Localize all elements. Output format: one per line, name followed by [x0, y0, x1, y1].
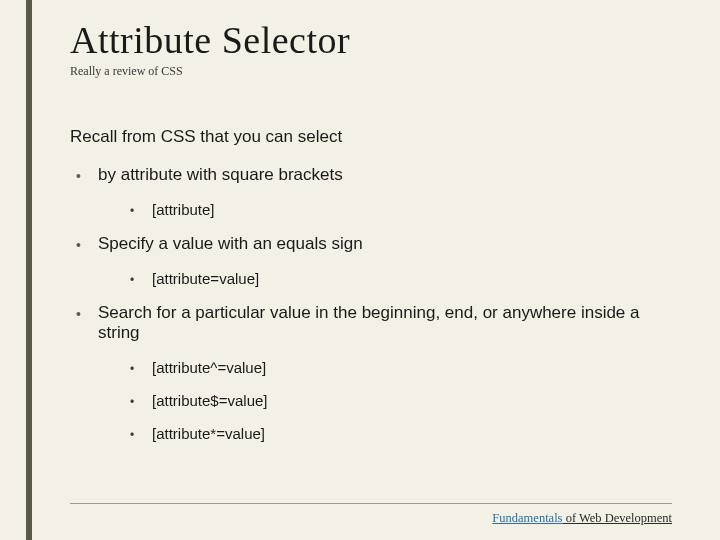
sub-list-item: [attribute]: [124, 201, 672, 218]
sub-list: [attribute=value]: [98, 270, 672, 287]
list-item-text: Specify a value with an equals sign: [98, 234, 363, 253]
sub-list-item: [attribute$=value]: [124, 392, 672, 409]
bullet-list: by attribute with square brackets [attri…: [70, 165, 672, 442]
list-item-text: by attribute with square brackets: [98, 165, 343, 184]
list-item: Specify a value with an equals sign [att…: [74, 234, 672, 287]
footer-text: Fundamentals of Web Development: [492, 511, 672, 526]
footer-rest: of Web Development: [563, 511, 673, 525]
sub-list: [attribute]: [98, 201, 672, 218]
sub-list: [attribute^=value] [attribute$=value] [a…: [98, 359, 672, 442]
footer-brand: Fundamentals: [492, 511, 562, 525]
list-item: Search for a particular value in the beg…: [74, 303, 672, 442]
sub-list-item: [attribute^=value]: [124, 359, 672, 376]
footer-divider: [70, 503, 672, 504]
side-accent-stripe: [26, 0, 32, 540]
sub-list-item: [attribute*=value]: [124, 425, 672, 442]
slide-subtitle: Really a review of CSS: [70, 64, 672, 79]
list-item-text: Search for a particular value in the beg…: [98, 303, 640, 342]
sub-list-item: [attribute=value]: [124, 270, 672, 287]
slide-title: Attribute Selector: [70, 18, 672, 62]
list-item: by attribute with square brackets [attri…: [74, 165, 672, 218]
intro-text: Recall from CSS that you can select: [70, 127, 672, 147]
